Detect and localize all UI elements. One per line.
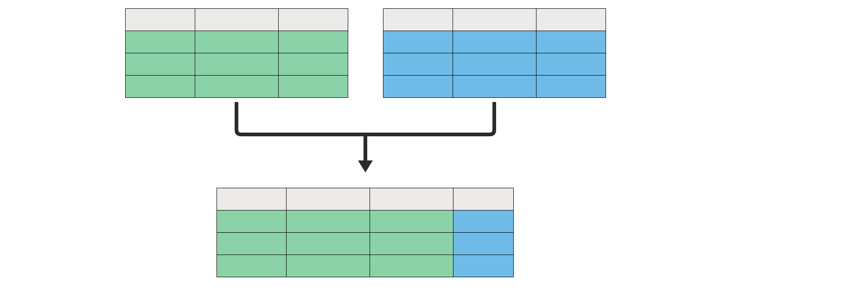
table-row: [217, 210, 514, 233]
table-bottom: [217, 188, 514, 277]
table-row: [383, 9, 606, 31]
table-row: [217, 188, 514, 210]
table-row: [126, 76, 348, 98]
table-row: [383, 76, 606, 98]
svg-marker-1: [358, 160, 373, 172]
table-row: [126, 31, 348, 53]
table-row: [383, 31, 606, 53]
table-top-right: [383, 8, 606, 98]
table-row: [126, 9, 348, 31]
table-row: [383, 53, 606, 76]
table-row: [217, 255, 514, 277]
table-row: [217, 233, 514, 255]
table-row: [126, 53, 348, 76]
table-top-left: [125, 8, 348, 98]
diagram-canvas: [0, 0, 868, 306]
